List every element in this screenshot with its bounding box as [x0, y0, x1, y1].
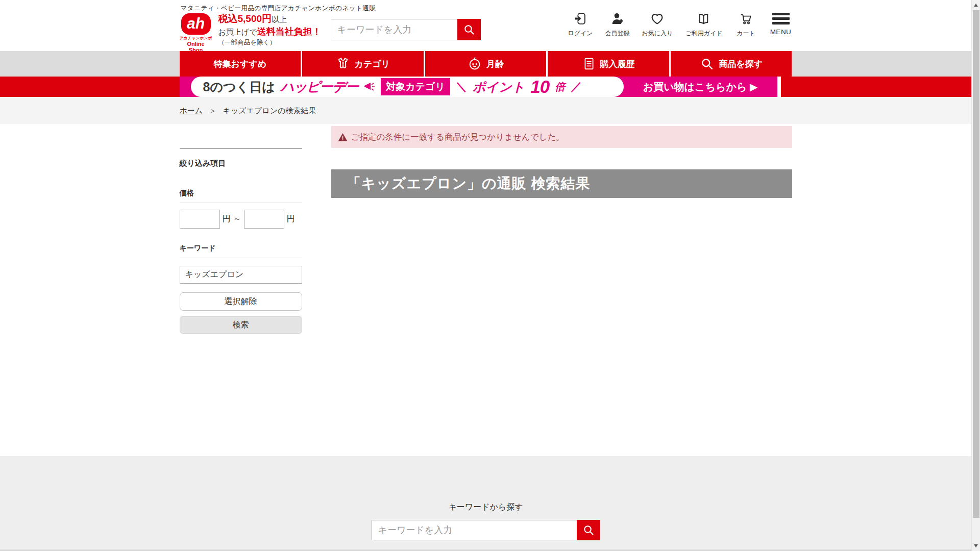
- scrollbar-down-arrow[interactable]: [974, 544, 978, 547]
- cart-icon: [739, 12, 753, 26]
- scrollbar-thumb[interactable]: [973, 10, 979, 518]
- banner-target-category: 対象カテゴリ: [381, 78, 450, 95]
- menu-button[interactable]: MENU: [770, 12, 792, 36]
- login-label: ログイン: [568, 29, 593, 38]
- search-icon: [700, 57, 714, 71]
- filter-heading: 絞り込み項目: [180, 159, 302, 168]
- member-register-icon: [610, 12, 624, 26]
- filter-search-button[interactable]: 検索: [180, 316, 302, 334]
- hamburger-icon: [772, 12, 790, 24]
- warning-icon: [338, 133, 348, 142]
- nav-item-age[interactable]: 月齢: [425, 51, 547, 77]
- results-content: ご指定の条件に一致する商品が見つかりませんでした。 「キッズエプロン」の通販 検…: [331, 124, 792, 334]
- onesie-icon: [336, 57, 350, 71]
- shipping-amount: 税込5,500円: [218, 13, 272, 24]
- price-min-input[interactable]: [180, 210, 220, 229]
- main-area: 絞り込み項目 価格 円 ～ 円 キーワード 選択解除 検索: [0, 124, 971, 456]
- banner-message: 8のつく日は ハッピーデー 対象カテゴリ ＼ ポイント10倍 ／: [191, 77, 624, 97]
- footer-search-button[interactable]: [577, 520, 600, 540]
- price-min-unit: 円: [223, 214, 231, 224]
- search-icon: [463, 23, 475, 36]
- scrollbar-up-arrow[interactable]: [974, 4, 978, 7]
- banner-brand: ハッピーデー: [281, 78, 358, 96]
- header: マタニティ・ベビー用品の専門店アカチャンホンポのネット通販 ah アカチャンホン…: [0, 0, 971, 51]
- free-shipping-notice: 税込5,500円以上 お買上げで送料当社負担！ （一部商品を除く）: [218, 12, 322, 47]
- header-search-input[interactable]: [331, 19, 457, 40]
- keyword-filter-label: キーワード: [180, 244, 302, 258]
- favorites-button[interactable]: お気に入り: [642, 12, 673, 38]
- search-results-title: 「キッズエプロン」の通販 検索結果: [331, 169, 792, 198]
- happy-day-banner[interactable]: 8のつく日は ハッピーデー 対象カテゴリ ＼ ポイント10倍 ／ お買い物はこち…: [180, 77, 781, 97]
- shipping-amount-suffix: 以上: [272, 15, 287, 23]
- sidebar-divider: [180, 148, 302, 148]
- nav-item-category[interactable]: カテゴリ: [302, 51, 424, 77]
- no-results-message: ご指定の条件に一致する商品が見つかりませんでした。: [331, 126, 792, 148]
- nav-featured-label: 特集おすすめ: [214, 58, 267, 70]
- guide-button[interactable]: ご利用ガイド: [685, 12, 722, 38]
- nav-category-label: カテゴリ: [355, 58, 390, 70]
- price-max-unit: 円: [287, 214, 295, 224]
- nav-search-label: 商品を探す: [719, 58, 763, 70]
- login-button[interactable]: ログイン: [568, 12, 593, 38]
- header-search: [331, 19, 481, 40]
- price-max-input[interactable]: [244, 210, 284, 229]
- footer-search-heading: キーワードから探す: [0, 502, 971, 513]
- banner-point-unit: 倍: [555, 80, 565, 94]
- shop-logo[interactable]: ah アカチャンホンポ Online Shop: [180, 13, 212, 53]
- nav-item-history[interactable]: 購入履歴: [548, 51, 669, 77]
- footer-search-input[interactable]: [372, 520, 577, 540]
- shipping-note: （一部商品を除く）: [218, 38, 322, 47]
- banner-cta[interactable]: お買い物はこちらから ▶: [624, 80, 777, 94]
- banner-point-number: 10: [530, 77, 549, 97]
- nav-item-search-products[interactable]: 商品を探す: [671, 51, 792, 77]
- banner-slash-right: ／: [571, 79, 582, 94]
- nav-history-label: 購入履歴: [600, 58, 635, 70]
- guide-label: ご利用ガイド: [685, 29, 722, 38]
- logo-shop-label: Online Shop: [180, 41, 212, 53]
- baby-face-icon: [468, 57, 482, 71]
- price-range-tilde: ～: [233, 214, 241, 224]
- main-nav: 特集おすすめ カテゴリ 月齢: [0, 51, 971, 77]
- vertical-scrollbar[interactable]: [971, 0, 980, 551]
- site-tagline: マタニティ・ベビー用品の専門店アカチャンホンポのネット通販: [181, 4, 376, 13]
- shipping-line2-prefix: お買上げで: [218, 28, 257, 36]
- filter-sidebar: 絞り込み項目 価格 円 ～ 円 キーワード 選択解除 検索: [180, 124, 302, 334]
- logo-name: アカチャンホンポ: [180, 36, 212, 41]
- price-filter-label: 価格: [180, 189, 302, 203]
- heart-icon: [650, 12, 664, 26]
- megaphone-icon: [364, 82, 375, 92]
- login-icon: [573, 12, 587, 26]
- breadcrumb-home-link[interactable]: ホーム: [180, 106, 203, 115]
- no-results-text: ご指定の条件に一致する商品が見つかりませんでした。: [351, 132, 565, 143]
- banner-lead: 8のつく日は: [203, 79, 275, 95]
- breadcrumb-bar: ホーム ＞ キッズエプロンの検索結果: [0, 97, 971, 124]
- promo-strip: 8のつく日は ハッピーデー 対象カテゴリ ＼ ポイント10倍 ／ お買い物はこち…: [0, 77, 971, 97]
- favorites-label: お気に入り: [642, 29, 673, 38]
- price-range-row: 円 ～ 円: [180, 210, 302, 229]
- cart-label: カート: [737, 29, 755, 38]
- logo-mark: ah: [181, 13, 211, 35]
- cart-button[interactable]: カート: [735, 12, 757, 38]
- member-register-button[interactable]: 会員登録: [605, 12, 630, 38]
- history-icon: [582, 57, 596, 70]
- header-search-button[interactable]: [457, 19, 481, 40]
- header-menu: ログイン 会員登録 お気に入り: [568, 12, 792, 38]
- clear-selection-button[interactable]: 選択解除: [180, 292, 302, 311]
- banner-slash-left: ＼: [456, 79, 467, 94]
- menu-label: MENU: [770, 28, 792, 36]
- banner-point-text: ポイント: [473, 79, 525, 95]
- keyword-filter-input[interactable]: [180, 266, 302, 284]
- breadcrumb: ホーム ＞ キッズエプロンの検索結果: [180, 97, 792, 124]
- nav-age-label: 月齢: [486, 58, 504, 70]
- breadcrumb-separator: ＞: [209, 106, 216, 115]
- nav-item-featured[interactable]: 特集おすすめ: [180, 51, 301, 77]
- search-icon: [582, 524, 595, 536]
- guide-book-icon: [697, 12, 710, 26]
- footer: キーワードから探す: [0, 456, 971, 551]
- shipping-highlight: 送料当社負担！: [257, 27, 322, 37]
- footer-search: [372, 520, 600, 540]
- page: マタニティ・ベビー用品の専門店アカチャンホンポのネット通販 ah アカチャンホン…: [0, 0, 971, 551]
- member-register-label: 会員登録: [605, 29, 630, 38]
- breadcrumb-current: キッズエプロンの検索結果: [223, 106, 316, 115]
